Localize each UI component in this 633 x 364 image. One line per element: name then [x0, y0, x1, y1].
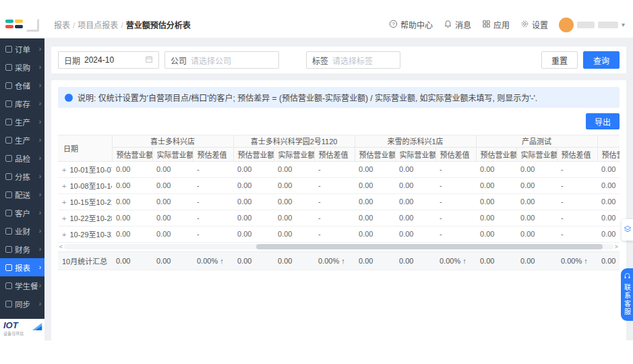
value-cell: -: [435, 210, 476, 226]
value-cell: -: [435, 193, 476, 210]
breadcrumb: 报表/项目点报表/营业额预估分析表: [54, 19, 191, 30]
help-icon: ?: [389, 20, 398, 30]
summary-cell: 0.00: [516, 252, 557, 270]
value-cell: 0.00: [395, 226, 435, 242]
col-header: 实际营业额: [152, 147, 193, 161]
expand-icon[interactable]: +: [62, 231, 66, 239]
group-header: 产品测试: [476, 135, 597, 147]
notice-banner: 说明: 仅统计设置为'自营项目点/档口'的客户; 预估差异 = (预估营业额-实…: [58, 87, 620, 108]
date-cell: +10-08至10-14: [58, 177, 112, 193]
sidebar-item-label: 客户: [15, 208, 39, 218]
reset-button[interactable]: 重置: [541, 51, 578, 69]
breadcrumb-item[interactable]: 项目点报表: [78, 21, 118, 30]
value-cell: 0.00: [112, 161, 152, 177]
col-header: 预估营业额: [233, 147, 274, 161]
date-cell: +10-15至10-21: [58, 193, 112, 210]
value-cell: 0.00: [516, 193, 557, 210]
value-cell: 0.00: [355, 161, 395, 177]
user-menu[interactable]: ▾: [559, 18, 625, 32]
value-cell: 0.00: [355, 193, 395, 210]
sidebar-item-sync[interactable]: 同步›: [0, 295, 44, 313]
query-button[interactable]: 查询: [583, 51, 620, 69]
summary-row: 10月统计汇总0.000.000.00% ↑0.000.000.00% ↑0.0…: [58, 252, 620, 270]
delivery-icon: [5, 191, 12, 198]
student-meal-icon: [5, 282, 12, 289]
company-label: 公司: [171, 55, 187, 66]
help-action[interactable]: ?帮助中心: [389, 19, 433, 30]
summary-cell: 0.00: [274, 252, 314, 270]
summary-cell: 0.00: [597, 252, 620, 270]
contact-tab[interactable]: 联系客服: [621, 268, 633, 321]
expand-icon[interactable]: +: [62, 182, 66, 190]
value-cell: -: [193, 226, 233, 242]
chevron-right-icon: ›: [39, 282, 41, 289]
value-cell: 0.00: [233, 177, 274, 193]
scrollbar-thumb[interactable]: [256, 244, 602, 249]
tag-label: 标签: [312, 55, 328, 66]
sidebar-item-production-2[interactable]: 生产›: [0, 131, 44, 149]
value-cell: 0.00: [152, 226, 193, 242]
sidebar-item-label: 同步: [15, 299, 39, 309]
value-cell: 0.00: [597, 161, 620, 177]
chevron-right-icon: ›: [39, 63, 41, 71]
action-label: 消息: [455, 19, 471, 30]
date-picker[interactable]: 日期 2024-10: [58, 51, 159, 69]
sidebar-item-label: 报表: [15, 262, 39, 273]
expand-icon[interactable]: +: [62, 214, 66, 222]
value-cell: 0.00: [597, 193, 620, 210]
chevron-right-icon: ›: [39, 118, 41, 125]
breadcrumb-separator: /: [73, 21, 75, 30]
sidebar-item-purchase[interactable]: 采购›: [0, 58, 44, 76]
sidebar-item-report[interactable]: 报表›: [0, 258, 44, 276]
sidebar-item-order[interactable]: 订单›: [0, 40, 44, 58]
purchase-icon: [5, 64, 12, 71]
gear-action[interactable]: 设置: [520, 19, 548, 30]
export-button[interactable]: 导出: [586, 113, 620, 129]
row-date: 10-29至10-31: [69, 231, 112, 239]
apps-action[interactable]: 应用: [482, 19, 510, 30]
expand-icon[interactable]: +: [62, 166, 66, 174]
col-header: 预估营业额: [597, 147, 620, 161]
online-service-widget[interactable]: [622, 219, 633, 241]
sidebar-item-label: 财务: [15, 244, 39, 255]
summary-label: 10月统计汇总: [58, 252, 112, 270]
scroll-left-icon[interactable]: <: [58, 243, 64, 251]
iot-swoosh-icon: [31, 322, 43, 334]
sidebar-item-warehouse[interactable]: 仓储›: [0, 76, 44, 94]
info-icon: [65, 94, 73, 102]
bell-action[interactable]: 消息: [444, 19, 471, 30]
col-header: 预估差值: [557, 147, 597, 161]
value-cell: -: [557, 161, 597, 177]
scrollbar-track[interactable]: [64, 244, 613, 249]
value-cell: 0.00: [395, 161, 435, 177]
sidebar-item-business-finance[interactable]: 业财›: [0, 222, 44, 240]
col-header: 预估营业额: [355, 147, 395, 161]
row-date: 10-15至10-21: [69, 198, 112, 206]
sidebar-item-finance[interactable]: 财务›: [0, 240, 44, 258]
table-row: +10-08至10-140.000.00-0.000.00-0.000.00-0…: [58, 177, 620, 193]
iot-logo: IOT 设备与环境: [0, 319, 44, 340]
sidebar-item-student-meal[interactable]: 学生餐›: [0, 276, 44, 295]
col-header: 预估营业额: [112, 147, 152, 161]
inventory-icon: [5, 100, 12, 107]
expand-icon[interactable]: +: [62, 198, 66, 206]
breadcrumb-item[interactable]: 报表: [54, 21, 70, 30]
value-cell: -: [557, 210, 597, 226]
scroll-right-icon[interactable]: >: [613, 243, 620, 251]
chevron-right-icon: ›: [39, 191, 41, 198]
sidebar-item-sorting[interactable]: 分拣›: [0, 167, 44, 185]
sidebar-item-label: 品检: [15, 153, 39, 164]
tag-select[interactable]: 标签 请选择标签: [306, 51, 400, 69]
sidebar-item-inventory[interactable]: 库存›: [0, 94, 44, 113]
sidebar-item-customer[interactable]: 客户›: [0, 204, 44, 222]
action-label: 帮助中心: [400, 19, 433, 30]
sidebar-item-quality[interactable]: 品检›: [0, 149, 44, 167]
sidebar-item-delivery[interactable]: 配送›: [0, 185, 44, 204]
company-select[interactable]: 公司 请选择公司: [164, 51, 279, 69]
layers-icon: [624, 225, 632, 235]
value-cell: 0.00: [274, 193, 314, 210]
sidebar-item-label: 配送: [15, 189, 39, 200]
bell-icon: [444, 20, 452, 30]
sidebar-item-production[interactable]: 生产›: [0, 113, 44, 131]
value-cell: 0.00: [233, 210, 274, 226]
